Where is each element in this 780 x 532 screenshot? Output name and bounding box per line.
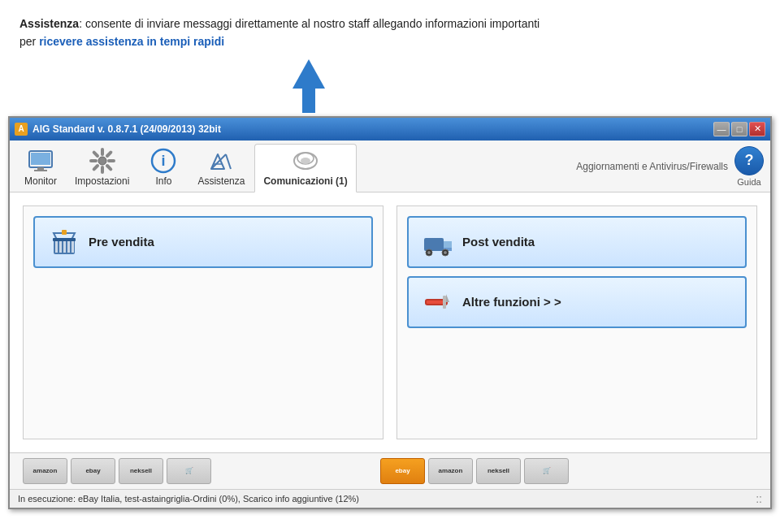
logo-amazon-right[interactable]: amazon xyxy=(428,458,473,484)
svg-point-34 xyxy=(427,251,431,254)
tab-info-label: Info xyxy=(155,175,171,187)
post-vendita-label: Post vendita xyxy=(462,235,535,249)
svg-text:i: i xyxy=(162,153,166,169)
svg-point-4 xyxy=(98,157,106,165)
minimize-button[interactable]: — xyxy=(713,122,730,136)
logo-ebay-left[interactable]: ebay xyxy=(71,458,115,484)
tab-monitor[interactable]: Monitor xyxy=(16,145,65,192)
svg-rect-28 xyxy=(53,238,76,241)
svg-rect-39 xyxy=(443,296,446,309)
description-highlight: ricevere assistenza in tempi rapidi xyxy=(39,35,224,48)
updates-label: Aggiornamenti e Antivirus/Firewalls xyxy=(576,161,728,172)
app-icon: A xyxy=(15,123,28,136)
title-controls[interactable]: — □ ✕ xyxy=(713,122,765,136)
tab-impostazioni[interactable]: Impostazioni xyxy=(67,145,137,192)
help-icon[interactable]: ? xyxy=(734,146,764,175)
svg-rect-25 xyxy=(63,241,66,253)
left-panel: Pre vendita xyxy=(23,205,384,439)
description-area: Assistenza: consente di inviare messaggi… xyxy=(0,0,569,51)
logo-amazon-left[interactable]: amazon xyxy=(23,458,67,484)
logo-ebay-right[interactable]: ebay xyxy=(380,458,425,484)
toolbar: Monitor I xyxy=(10,141,770,192)
svg-line-11 xyxy=(107,152,110,155)
title-bar: A AIG Standard v. 0.8.7.1 (24/09/2013) 3… xyxy=(10,118,770,141)
svg-rect-30 xyxy=(424,238,444,251)
main-content: Pre vendita Post v xyxy=(10,192,770,452)
svg-line-9 xyxy=(93,152,97,155)
comunicazioni-icon xyxy=(292,148,318,174)
right-panel: Post vendita Altre funzioni > > xyxy=(396,205,757,439)
arrow-head xyxy=(292,59,325,89)
svg-marker-40 xyxy=(446,294,449,302)
svg-point-36 xyxy=(444,251,447,254)
svg-rect-3 xyxy=(34,170,47,171)
bottom-bar: amazon ebay neksell 🛒 ebay amazon neksel… xyxy=(10,452,770,489)
pre-vendita-label: Pre vendita xyxy=(89,235,154,249)
arrow-container xyxy=(0,59,780,116)
tab-info[interactable]: i Info xyxy=(139,145,188,192)
assistenza-icon xyxy=(208,148,234,174)
help-label: Guida xyxy=(737,177,760,187)
status-text: In esecuzione: eBay Italia, test-astaing… xyxy=(18,494,359,504)
monitor-icon xyxy=(28,148,54,174)
svg-rect-24 xyxy=(59,241,62,253)
logo-cart-left[interactable]: 🛒 xyxy=(167,458,211,484)
tab-assistenza[interactable]: Assistenza xyxy=(189,145,253,192)
info-icon: i xyxy=(150,148,176,174)
app-window: A AIG Standard v. 0.8.7.1 (24/09/2013) 3… xyxy=(8,116,772,509)
help-button[interactable]: ? Guida xyxy=(734,146,764,187)
pre-vendita-icon xyxy=(48,226,80,258)
altre-funzioni-icon xyxy=(422,286,454,318)
altre-funzioni-label: Altre funzioni > > xyxy=(462,295,561,309)
arrow-shaft xyxy=(302,89,315,113)
svg-rect-2 xyxy=(37,167,44,170)
svg-rect-23 xyxy=(55,241,58,253)
svg-line-12 xyxy=(93,166,97,169)
title-bar-left: A AIG Standard v. 0.8.7.1 (24/09/2013) 3… xyxy=(15,123,221,136)
tab-assistenza-label: Assistenza xyxy=(197,175,245,187)
svg-rect-29 xyxy=(62,230,67,235)
post-vendita-icon xyxy=(422,226,454,258)
status-dots: :: xyxy=(756,492,762,505)
svg-rect-32 xyxy=(444,241,452,248)
svg-rect-1 xyxy=(31,153,50,165)
svg-rect-26 xyxy=(67,241,70,253)
svg-line-17 xyxy=(226,154,231,169)
window-title: AIG Standard v. 0.8.7.1 (24/09/2013) 32b… xyxy=(32,123,221,135)
logo-cart-right[interactable]: 🛒 xyxy=(524,458,569,484)
tab-comunicazioni-label: Comunicazioni (1) xyxy=(263,175,347,187)
description-bold: Assistenza xyxy=(20,17,79,30)
svg-rect-27 xyxy=(72,241,74,253)
close-button[interactable]: ✕ xyxy=(749,122,765,136)
logo-neksell-left[interactable]: neksell xyxy=(119,458,163,484)
svg-point-21 xyxy=(301,158,310,164)
maximize-button[interactable]: □ xyxy=(731,122,748,136)
logo-neksell-right[interactable]: neksell xyxy=(476,458,521,484)
toolbar-right: Aggiornamenti e Antivirus/Firewalls ? Gu… xyxy=(576,146,764,192)
post-vendita-button[interactable]: Post vendita xyxy=(407,216,747,268)
svg-line-10 xyxy=(107,166,110,169)
altre-funzioni-button[interactable]: Altre funzioni > > xyxy=(407,276,747,328)
tab-monitor-label: Monitor xyxy=(24,175,57,187)
pre-vendita-button[interactable]: Pre vendita xyxy=(33,216,373,268)
tab-impostazioni-label: Impostazioni xyxy=(75,175,129,187)
gear-icon xyxy=(89,148,115,174)
status-bar: In esecuzione: eBay Italia, test-astaing… xyxy=(10,489,770,508)
tab-comunicazioni[interactable]: Comunicazioni (1) xyxy=(254,144,356,192)
